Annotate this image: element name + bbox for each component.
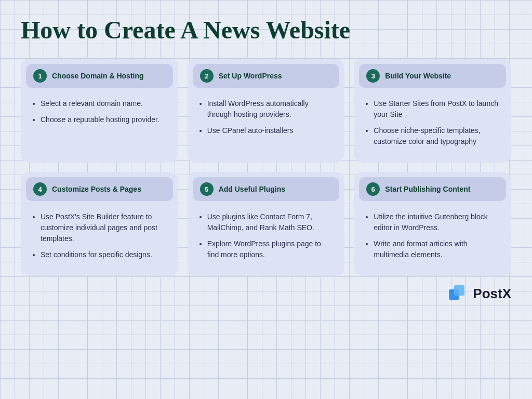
card-header-4: 5Add Useful Plugins: [193, 177, 340, 201]
step-badge-3: 3: [366, 69, 380, 83]
step-badge-1: 1: [33, 69, 47, 83]
card-header-2: 3Build Your Website: [359, 64, 506, 88]
card-body-2: Use Starter Sites from PostX to launch y…: [354, 88, 511, 147]
card-header-0: 1Choose Domain & Hosting: [26, 64, 173, 88]
postx-logo-text: PostX: [473, 286, 511, 302]
step-badge-5: 5: [200, 182, 214, 196]
card-title-3: Customize Posts & Pages: [52, 185, 141, 193]
card-3-item-1: Set conditions for specific designs.: [41, 249, 168, 260]
card-step-1: 1Choose Domain & HostingSelect a relevan…: [21, 59, 178, 163]
svg-rect-1: [454, 285, 464, 296]
card-body-5: Utilize the intuitive Gutenberg block ed…: [354, 201, 511, 260]
step-badge-2: 2: [200, 69, 214, 83]
card-header-5: 6Start Publishing Content: [359, 177, 506, 201]
card-header-3: 4Customize Posts & Pages: [26, 177, 173, 201]
page-title: How to Create A News Website: [21, 16, 511, 44]
card-2-item-0: Use Starter Sites from PostX to launch y…: [374, 98, 501, 120]
card-step-6: 6Start Publishing ContentUtilize the int…: [354, 172, 511, 276]
card-header-1: 2Set Up WordPress: [193, 64, 340, 88]
card-body-0: Select a relevant domain name.Choose a r…: [21, 88, 178, 125]
card-title-4: Add Useful Plugins: [219, 185, 285, 193]
card-step-4: 4Customize Posts & PagesUse PostX's Site…: [21, 172, 178, 276]
card-3-item-0: Use PostX's Site Builder feature to cust…: [41, 211, 168, 244]
card-5-item-1: Write and format articles with multimedi…: [374, 238, 501, 260]
card-step-2: 2Set Up WordPressInstall WordPress autom…: [188, 59, 345, 163]
card-1-item-0: Install WordPress automatically through …: [207, 98, 335, 120]
step-badge-6: 6: [366, 182, 380, 196]
step-badge-4: 4: [33, 182, 47, 196]
cards-grid: 1Choose Domain & HostingSelect a relevan…: [21, 59, 511, 276]
card-step-3: 3Build Your WebsiteUse Starter Sites fro…: [354, 59, 511, 163]
card-5-item-0: Utilize the intuitive Gutenberg block ed…: [374, 211, 501, 233]
card-title-5: Start Publishing Content: [385, 185, 470, 193]
card-body-1: Install WordPress automatically through …: [188, 88, 345, 136]
card-body-3: Use PostX's Site Builder feature to cust…: [21, 201, 178, 260]
card-4-item-1: Explore WordPress plugins page to find m…: [207, 238, 335, 260]
card-1-item-1: Use CPanel auto-installers: [207, 125, 335, 136]
logo-area: PostX: [21, 285, 511, 302]
card-4-item-0: Use plugins like Contact Form 7, MailChi…: [207, 211, 335, 233]
card-body-4: Use plugins like Contact Form 7, MailChi…: [188, 201, 345, 260]
card-0-item-0: Select a relevant domain name.: [41, 98, 168, 109]
card-title-1: Set Up WordPress: [219, 72, 282, 80]
card-step-5: 5Add Useful PluginsUse plugins like Cont…: [188, 172, 345, 276]
card-title-0: Choose Domain & Hosting: [52, 72, 144, 80]
postx-logo-icon: [449, 285, 469, 302]
card-2-item-1: Choose niche-specific templates, customi…: [374, 125, 501, 147]
card-title-2: Build Your Website: [385, 72, 451, 80]
card-0-item-1: Choose a reputable hosting provider.: [41, 114, 168, 125]
